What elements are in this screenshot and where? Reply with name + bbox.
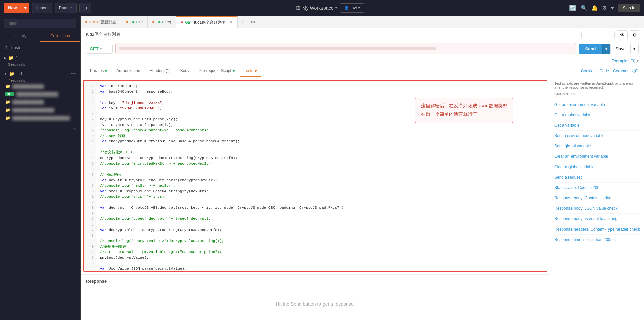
cookies-link[interactable]: Cookies: [581, 69, 595, 73]
code-link[interactable]: Code: [599, 69, 609, 73]
tab-add-button[interactable]: +: [238, 19, 248, 26]
snippet-status-code[interactable]: Status code: Code is 200: [554, 183, 640, 193]
req-tab-headers[interactable]: Headers (1): [145, 65, 175, 77]
status-bar: 199 👁 ⚙: [577, 30, 644, 39]
save-arrow-button[interactable]: ▾: [631, 44, 639, 54]
sidebar-tab-history[interactable]: History: [0, 31, 40, 42]
tab-4-close[interactable]: ✕: [229, 20, 233, 25]
tab-2-method: GET: [130, 20, 137, 24]
snippet-clear-env[interactable]: Clear an environment variable: [554, 151, 640, 162]
eye-button[interactable]: 👁: [617, 30, 628, 39]
req-tab-prerequest[interactable]: Pre-request Script: [195, 65, 239, 77]
tab-2-label: re: [139, 20, 143, 24]
send-button[interactable]: Send: [579, 44, 603, 54]
status-code-input[interactable]: 199: [581, 31, 615, 39]
url-bar: GET ▾ Send ▾ Save ▾: [81, 40, 644, 57]
tab-get-req[interactable]: GET req: [148, 16, 176, 28]
folder-fud-header[interactable]: ▼ 📁 fud •••: [0, 69, 80, 78]
filter-input[interactable]: [4, 19, 76, 28]
snippet-get-var[interactable]: Get a variable: [554, 120, 640, 131]
tab-4-label: fud1保全台账列表: [194, 20, 226, 25]
signin-button[interactable]: Sign In: [618, 4, 640, 12]
snippet-response-headers[interactable]: Response headers: Content-Type header ch…: [554, 224, 640, 235]
workspace-selector[interactable]: ⊞ My Workspace ▾: [296, 5, 337, 11]
new-button-arrow[interactable]: ▾: [21, 5, 29, 10]
tab-4-dot: [181, 21, 183, 23]
sync-icon[interactable]: 🔄: [569, 4, 577, 12]
item-5-text: ██████████████████████: [12, 116, 70, 120]
item-4-text: ████████████████: [12, 108, 54, 112]
new-button-main[interactable]: New: [4, 5, 21, 10]
response-title: Response: [86, 279, 545, 284]
subfolder-icon-3: 📁: [5, 108, 10, 112]
sidebar-tab-collections[interactable]: Collections: [40, 31, 81, 42]
breadcrumb-text: fud1保全台账列表: [86, 31, 120, 37]
folder-fud-name: fud: [16, 71, 22, 76]
workspace-icon: ⊞: [296, 5, 300, 11]
snippet-clear-global[interactable]: Clear a global variable: [554, 162, 640, 172]
snippets-panel: Test scripts are written in JavaScript, …: [550, 77, 644, 320]
import-button[interactable]: Import: [32, 3, 52, 13]
snippet-response-time[interactable]: Response time is less than 200ms: [554, 235, 640, 245]
workspace-name-label: My Workspace: [302, 5, 333, 11]
req-tab-body[interactable]: Body: [176, 65, 193, 77]
sidebar: History Collections 🗑 Trash ▶ 📁 1 3 requ…: [0, 16, 81, 320]
tab-more-button[interactable]: •••: [248, 19, 258, 25]
annotation-box: 这里解密后，在反序列化成json数据类型 在做一个简单的断言就行了: [415, 98, 513, 123]
workspace-chevron: ▾: [335, 6, 337, 10]
url-input-wrap[interactable]: [115, 43, 576, 54]
snippet-get-global[interactable]: Get a global variable: [554, 110, 640, 120]
collection-item-4[interactable]: 📁 ████████████████: [0, 106, 80, 114]
snippet-send-request[interactable]: Send a request: [554, 172, 640, 183]
runner-button[interactable]: Runner: [55, 3, 77, 13]
main-layout: History Collections 🗑 Trash ▶ 📁 1 3 requ…: [0, 16, 644, 320]
snippet-response-json[interactable]: Response body: JSON value check: [554, 203, 640, 214]
folder-1-header[interactable]: ▶ 📁 1: [0, 53, 80, 62]
layout-button[interactable]: ⊟: [79, 3, 91, 13]
heart-icon[interactable]: ♥: [611, 5, 614, 11]
snippet-set-env[interactable]: Set an environment variable: [554, 131, 640, 141]
invite-label: Invite: [350, 6, 360, 10]
gear-button[interactable]: ⚙: [630, 30, 640, 39]
request-tabs: Params Authorization Headers (1) Body Pr…: [81, 65, 644, 77]
new-button[interactable]: New ▾: [4, 3, 29, 13]
examples-link[interactable]: Examples (0): [611, 59, 635, 63]
comments-link[interactable]: Comments (0): [613, 69, 639, 73]
req-tab-tests[interactable]: Tests: [240, 65, 261, 77]
folder-fud-more[interactable]: •••: [71, 71, 76, 76]
search-icon[interactable]: 🔍: [581, 5, 587, 11]
req-tab-body-label: Body: [180, 68, 189, 73]
folder-1-sub: 3 requests: [0, 62, 80, 66]
req-tab-params[interactable]: Params: [86, 65, 111, 77]
snippet-set-global[interactable]: Set a global variable: [554, 141, 640, 151]
collection-item-5[interactable]: 📁 ██████████████████████: [0, 114, 80, 122]
send-arrow-button[interactable]: ▾: [602, 44, 610, 54]
sidebar-item-trash[interactable]: 🗑 Trash: [0, 43, 80, 52]
collection-item-1[interactable]: 📁 ████████████: [0, 82, 80, 90]
send-save-group: Send ▾ Save ▾: [579, 44, 639, 54]
req-tab-auth-label: Authorization: [116, 68, 140, 73]
collection-item-3[interactable]: 📁 ████████████: [0, 98, 80, 106]
settings-icon[interactable]: ⚙: [602, 5, 607, 11]
tab-2-dot: [126, 21, 128, 23]
topbar: New ▾ Import Runner ⊟ ⊞ My Workspace ▾ 👤…: [0, 0, 644, 16]
add-collection-button[interactable]: +: [73, 125, 76, 131]
invite-button[interactable]: 👤 Invite: [340, 3, 364, 13]
tab-get-re[interactable]: GET re: [121, 16, 148, 28]
method-select[interactable]: GET ▾: [86, 44, 113, 54]
tab-get-fud1[interactable]: GET fud1保全台账列表 ✕: [176, 16, 238, 28]
tab-1-method: POST: [89, 20, 98, 24]
collection-item-2[interactable]: GET ████████████████: [0, 90, 80, 98]
code-editor[interactable]: 1 2 3 4 5 6 7 8 9 0 1 2 3 4 5: [83, 80, 547, 272]
save-button[interactable]: Save: [610, 44, 631, 54]
snippet-response-contains[interactable]: Response body: Contains string: [554, 193, 640, 203]
snippet-get-env[interactable]: Get an environment variable: [554, 100, 640, 110]
notification-icon[interactable]: 🔔: [591, 5, 598, 11]
url-blur: [119, 47, 436, 50]
snippet-response-equal[interactable]: Response body: Is equal to a string: [554, 214, 640, 224]
req-tab-params-label: Params: [90, 68, 104, 73]
req-tab-authorization[interactable]: Authorization: [112, 65, 144, 77]
tab-post-update[interactable]: POST 更新配置: [81, 16, 121, 28]
folder-fud-icon: 📁: [9, 71, 14, 76]
subfolder-icon-4: 📁: [5, 116, 10, 120]
